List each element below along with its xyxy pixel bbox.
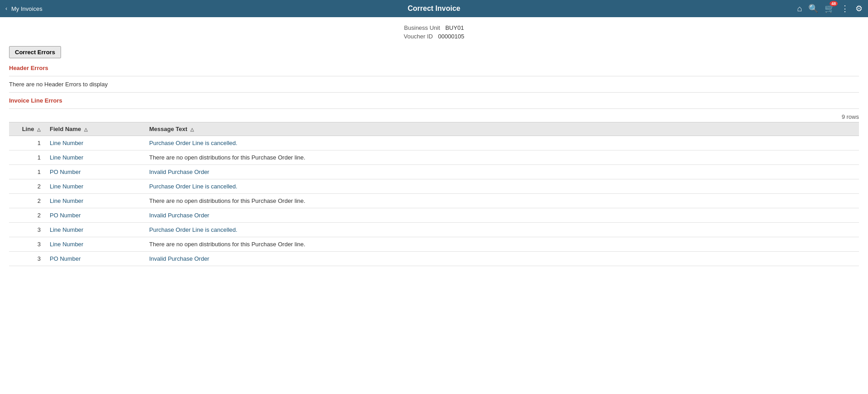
cell-message-text[interactable]: Invalid Purchase Order xyxy=(145,208,859,223)
invoice-line-divider-top xyxy=(9,92,859,93)
col-header-field-name[interactable]: Field Name △ xyxy=(45,122,145,136)
table-row: 1Line NumberThere are no open distributi… xyxy=(9,150,859,165)
cell-line: 1 xyxy=(9,150,45,165)
cart-icon[interactable]: 🛒 48 xyxy=(825,4,835,14)
chevron-left-icon: ‹ xyxy=(5,5,7,12)
business-unit-label: Business Unit xyxy=(404,24,440,31)
cell-message-text: There are no open distributions for this… xyxy=(145,237,859,252)
correct-errors-button[interactable]: Correct Errors xyxy=(9,46,61,58)
cell-line: 3 xyxy=(9,223,45,237)
header-errors-divider xyxy=(9,76,859,76)
settings-icon[interactable]: ⚙ xyxy=(855,4,863,14)
cell-line: 3 xyxy=(9,237,45,252)
cell-field-name[interactable]: Line Number xyxy=(45,136,145,150)
cell-message-text[interactable]: Purchase Order Line is cancelled. xyxy=(145,136,859,150)
cell-line: 1 xyxy=(9,136,45,150)
table-row: 1Line NumberPurchase Order Line is cance… xyxy=(9,136,859,150)
cell-line: 2 xyxy=(9,208,45,223)
business-unit-row: Business Unit BUY01 xyxy=(9,24,859,31)
cell-line: 2 xyxy=(9,179,45,194)
sort-line-icon: △ xyxy=(37,127,41,132)
table-row: 2Line NumberThere are no open distributi… xyxy=(9,194,859,208)
cell-message-text[interactable]: Invalid Purchase Order xyxy=(145,252,859,266)
no-header-errors-text: There are no Header Errors to display xyxy=(9,81,859,88)
cart-badge: 48 xyxy=(830,1,838,6)
table-row: 1PO NumberInvalid Purchase Order xyxy=(9,165,859,179)
back-label: My Invoices xyxy=(11,5,42,12)
invoice-line-errors-title: Invoice Line Errors xyxy=(9,97,859,104)
rows-count: 9 rows xyxy=(9,113,859,120)
cell-message-text[interactable]: Purchase Order Line is cancelled. xyxy=(145,223,859,237)
col-header-line[interactable]: Line △ xyxy=(9,122,45,136)
business-unit-value: BUY01 xyxy=(445,24,464,31)
voucher-id-label: Voucher ID xyxy=(404,33,433,40)
home-icon[interactable]: ⌂ xyxy=(797,4,802,14)
app-header: ‹ My Invoices Correct Invoice ⌂ 🔍 🛒 48 ⋮… xyxy=(0,0,868,17)
cell-field-name[interactable]: Line Number xyxy=(45,150,145,165)
cell-message-text[interactable]: Purchase Order Line is cancelled. xyxy=(145,179,859,194)
col-header-message-text[interactable]: Message Text △ xyxy=(145,122,859,136)
sort-message-icon: △ xyxy=(190,127,194,132)
cell-message-text[interactable]: Invalid Purchase Order xyxy=(145,165,859,179)
back-nav[interactable]: ‹ My Invoices xyxy=(5,5,42,12)
main-content: Business Unit BUY01 Voucher ID 00000105 … xyxy=(0,17,868,273)
cell-field-name[interactable]: Line Number xyxy=(45,237,145,252)
invoice-line-errors-divider xyxy=(9,108,859,109)
table-row: 3Line NumberPurchase Order Line is cance… xyxy=(9,223,859,237)
cell-field-name[interactable]: Line Number xyxy=(45,194,145,208)
cell-field-name[interactable]: PO Number xyxy=(45,252,145,266)
cell-message-text: There are no open distributions for this… xyxy=(145,150,859,165)
search-icon[interactable]: 🔍 xyxy=(808,4,818,14)
header-errors-title: Header Errors xyxy=(9,65,859,71)
invoice-meta: Business Unit BUY01 Voucher ID 00000105 xyxy=(9,24,859,40)
cell-line: 2 xyxy=(9,194,45,208)
header-actions: ⌂ 🔍 🛒 48 ⋮ ⚙ xyxy=(797,4,863,14)
cell-line: 3 xyxy=(9,252,45,266)
sort-field-icon: △ xyxy=(84,127,88,132)
more-options-icon[interactable]: ⋮ xyxy=(841,4,849,14)
cell-field-name[interactable]: Line Number xyxy=(45,179,145,194)
page-title: Correct Invoice xyxy=(408,5,460,13)
cell-line: 1 xyxy=(9,165,45,179)
voucher-id-value: 00000105 xyxy=(438,33,464,40)
table-row: 2PO NumberInvalid Purchase Order xyxy=(9,208,859,223)
cell-message-text: There are no open distributions for this… xyxy=(145,194,859,208)
errors-table: Line △ Field Name △ Message Text △ 1Line… xyxy=(9,122,859,266)
table-row: 3Line NumberThere are no open distributi… xyxy=(9,237,859,252)
table-row: 2Line NumberPurchase Order Line is cance… xyxy=(9,179,859,194)
table-row: 3PO NumberInvalid Purchase Order xyxy=(9,252,859,266)
cell-field-name[interactable]: Line Number xyxy=(45,223,145,237)
cell-field-name[interactable]: PO Number xyxy=(45,208,145,223)
voucher-id-row: Voucher ID 00000105 xyxy=(9,33,859,40)
cell-field-name[interactable]: PO Number xyxy=(45,165,145,179)
table-header-row: Line △ Field Name △ Message Text △ xyxy=(9,122,859,136)
